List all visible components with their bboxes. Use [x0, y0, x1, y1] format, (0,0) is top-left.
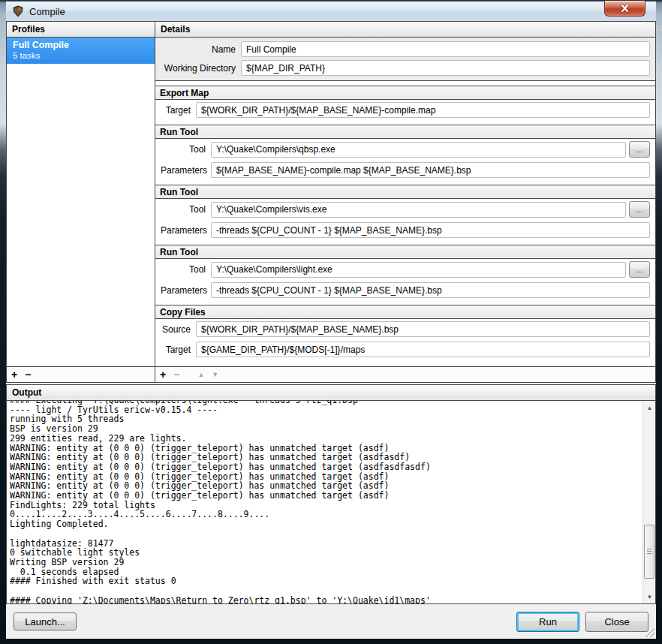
task-field-row: Tool...	[155, 139, 655, 160]
profile-meta-fields: NameWorking Directory	[155, 38, 655, 81]
field-label: Tool	[161, 204, 206, 215]
output-panel: Output #### Executing 'Y:\Quake\Compiler…	[6, 384, 656, 604]
field-label: Parameters	[161, 165, 206, 176]
profile-list: Full Compile5 tasks	[7, 38, 155, 366]
dialog-button-row: Launch... Run Close	[6, 604, 656, 639]
scroll-down-icon[interactable]: ▼	[643, 591, 655, 603]
tasks-toolbar: + − ▲ ▼	[155, 366, 655, 382]
target-field[interactable]	[196, 102, 650, 118]
profiles-header: Profiles	[7, 22, 155, 38]
task-run-tool: Run ToolTool...Parameters	[155, 185, 655, 240]
meta-field-row: Working Directory	[155, 59, 655, 77]
task-type-header: Run Tool	[155, 185, 655, 199]
title-bar[interactable]: Compile	[6, 2, 656, 21]
task-field-row: Parameters	[155, 160, 655, 180]
move-task-up-icon[interactable]: ▲	[197, 372, 204, 378]
parameters-field[interactable]	[211, 222, 650, 238]
close-button[interactable]: Close	[585, 612, 648, 632]
run-button[interactable]: Run	[516, 612, 579, 632]
profiles-panel: Profiles Full Compile5 tasks + −	[7, 22, 155, 382]
tool-field[interactable]	[211, 262, 626, 278]
remove-task-button[interactable]: −	[173, 369, 179, 380]
field-label: Source	[161, 324, 191, 335]
tool-field[interactable]	[211, 142, 626, 158]
task-field-row: Target	[155, 339, 655, 360]
profile-item[interactable]: Full Compile5 tasks	[7, 38, 155, 64]
output-header: Output	[7, 385, 655, 401]
scroll-up-icon[interactable]: ▲	[643, 402, 655, 414]
output-console[interactable]: #### Executing 'Y:\Quake\Compilers\light…	[7, 401, 655, 603]
profile-task-count: 5 tasks	[13, 51, 149, 60]
field-label: Tool	[161, 264, 206, 275]
add-task-button[interactable]: +	[160, 369, 166, 380]
dialog-client-area: Profiles Full Compile5 tasks + − Details…	[6, 21, 656, 639]
scrollbar-grip	[647, 549, 651, 554]
remove-profile-button[interactable]: −	[25, 369, 31, 380]
window-title: Compile	[29, 6, 65, 17]
task-field-row: Tool...	[155, 199, 655, 220]
task-type-header: Copy Files	[155, 305, 655, 319]
launch-button[interactable]: Launch...	[14, 612, 77, 630]
browse-button[interactable]: ...	[629, 141, 650, 158]
field-label: Target	[161, 105, 191, 116]
task-field-row: Target	[155, 100, 655, 120]
task-type-header: Run Tool	[155, 125, 655, 139]
browse-button[interactable]: ...	[629, 261, 650, 278]
task-copy-files: Copy FilesSourceTarget	[155, 305, 655, 360]
name-field[interactable]	[241, 41, 650, 57]
task-field-row: Parameters	[155, 280, 655, 300]
task-export-map: Export MapTarget	[155, 86, 655, 120]
scrollbar-thumb[interactable]	[644, 525, 654, 579]
task-field-row: Tool...	[155, 259, 655, 280]
parameters-field[interactable]	[211, 282, 650, 298]
console-text: #### Executing 'Y:\Quake\Compilers\light…	[10, 401, 640, 603]
close-window-button[interactable]	[604, 1, 645, 17]
target-field[interactable]	[196, 342, 650, 357]
compile-dialog-window: Compile Fenster Profiles Full Compile5 t…	[0, 0, 662, 644]
task-run-tool: Run ToolTool...Parameters	[155, 125, 655, 180]
field-label: Target	[161, 345, 191, 355]
working-directory-field[interactable]	[241, 60, 650, 76]
field-label: Parameters	[161, 285, 206, 296]
close-icon	[620, 4, 630, 13]
resize-grip[interactable]	[645, 628, 654, 637]
source-field[interactable]	[196, 321, 650, 337]
task-field-row: Source	[155, 319, 655, 339]
browse-button[interactable]: ...	[629, 201, 650, 218]
move-task-down-icon[interactable]: ▼	[212, 372, 218, 378]
tool-field[interactable]	[211, 202, 626, 218]
task-type-header: Export Map	[155, 86, 655, 100]
field-label: Working Directory	[161, 63, 236, 74]
trenchbroom-shield-icon	[12, 5, 24, 17]
task-list: Export MapTargetRun ToolTool...Parameter…	[155, 81, 655, 366]
profiles-toolbar: + −	[7, 366, 155, 382]
field-label: Parameters	[161, 225, 206, 236]
task-field-row: Parameters	[155, 220, 655, 240]
add-profile-button[interactable]: +	[11, 369, 17, 380]
task-run-tool: Run ToolTool...Parameters	[155, 245, 655, 300]
details-header: Details	[155, 22, 655, 38]
details-panel: Details NameWorking Directory Export Map…	[155, 22, 655, 382]
task-type-header: Run Tool	[155, 245, 655, 259]
field-label: Tool	[161, 144, 206, 155]
output-scrollbar[interactable]: ▲ ▼	[642, 401, 655, 603]
parameters-field[interactable]	[211, 162, 650, 178]
meta-field-row: Name	[155, 40, 655, 59]
field-label: Name	[161, 44, 236, 55]
profile-name: Full Compile	[13, 40, 149, 50]
